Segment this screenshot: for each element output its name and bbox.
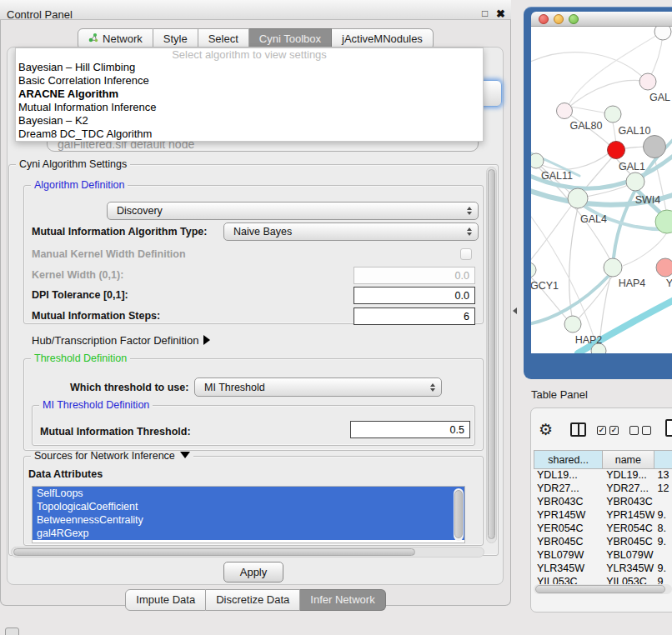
list-item[interactable]: gal4RGexp [33,527,464,540]
dropdown-item[interactable]: Mutual Information Inference [16,101,483,114]
network-node[interactable] [654,27,671,40]
close-icon[interactable]: ✖ [496,8,505,20]
select-all-checkbox-icon[interactable]: ✓ [597,426,606,435]
list-scrollbar-thumb[interactable] [454,490,463,538]
network-svg: GALGAL80GAL10GAL1GAL11SWI4GAL4GCY1HAP4YH… [531,27,672,353]
network-node-gal4[interactable] [568,188,588,208]
apply-button[interactable]: Apply [223,562,283,582]
table-row[interactable]: YER054CYER054C8. [534,522,672,536]
dropdown-item[interactable]: Dream8 DC_TDC Algorithm [16,128,483,141]
control-panel-titlebar[interactable] [0,0,511,20]
dropdown-item[interactable]: Bayesian – K2 [16,114,483,128]
select-all-checkbox-icon[interactable]: ✓ [609,426,619,435]
table-horizontal-scrollbar[interactable] [534,584,672,594]
network-node-gal11[interactable] [531,153,544,168]
hub-definition-expander[interactable]: Hub/Transcription Factor Definition [32,334,210,347]
network-node-gcy1[interactable] [531,262,536,278]
network-node-gal1[interactable] [608,142,625,159]
horizontal-scrollbar-thumb[interactable] [13,548,415,556]
network-canvas[interactable]: GALGAL80GAL10GAL1GAL11SWI4GAL4GCY1HAP4YH… [531,27,672,353]
table-row[interactable]: YBR043CYBR043C [534,496,672,509]
network-node[interactable] [644,136,666,158]
mi-threshold-input[interactable]: 0.5 [350,421,470,438]
network-edge[interactable] [568,32,663,107]
collapse-down-icon[interactable] [180,452,190,458]
bottom-corner-widget[interactable] [5,628,19,635]
network-node-hap4[interactable] [604,258,622,277]
network-edge[interactable] [570,107,606,113]
table-row[interactable]: YDR27...YDR27...12 [534,482,672,496]
dpi-tolerance-input[interactable]: 0.0 [354,287,475,304]
node-table: shared...name YDL19...YDL19...13YDR27...… [534,450,672,589]
table-header-row: shared...name [534,450,672,469]
tab-label: Cyni Toolbox [259,32,321,45]
node-label: HAP4 [619,278,646,289]
table-row[interactable]: YBL079WYBL079W [534,549,672,562]
gear-icon[interactable]: ⚙ [539,420,553,439]
which-threshold-combobox[interactable]: MI Threshold [194,378,442,397]
table-cell: YPR145W [534,509,603,522]
expand-right-icon[interactable] [203,335,210,345]
network-edge[interactable] [569,208,578,317]
mi-steps-label: Mutual Information Steps: [32,310,160,322]
network-node-gal[interactable] [639,73,656,90]
network-edge[interactable] [613,122,616,143]
table-row[interactable]: YDL19...YDL19...13 [534,469,672,482]
aracne-mode-combobox[interactable]: Discovery [107,202,479,220]
table-row[interactable]: YPR145WYPR145W9. [534,509,672,522]
algorithm-definition-legend: Algorithm Definition [31,179,128,191]
settings-horizontal-scrollbar[interactable] [11,547,484,558]
network-edge[interactable] [531,205,572,263]
deselect-checkbox-icon[interactable] [642,426,651,435]
manual-kernel-checkbox[interactable] [460,248,472,260]
node-label: GAL [649,92,670,103]
network-node-y[interactable] [656,258,672,277]
mi-threshold-label: Mutual Information Threshold: [40,426,191,438]
list-item[interactable]: TopologicalCoefficient [33,500,464,513]
deselect-checkbox-icon[interactable] [629,426,639,435]
network-node-gal80[interactable] [557,103,573,119]
data-attributes-list[interactable]: SelfLoopsTopologicalCoefficientBetweenne… [32,486,465,543]
network-node-hap2[interactable] [564,316,581,332]
vertical-scrollbar-thumb[interactable] [488,169,495,539]
list-item[interactable]: BetweennessCentrality [33,513,464,527]
dropdown-item[interactable]: ARACNE Algorithm [16,88,483,101]
table-row[interactable]: YLR345WYLR345W9. [534,562,672,576]
table-cell: YPR145W [603,509,654,522]
tab-discretize-data[interactable]: Discretize Data [206,589,300,611]
close-traffic-light-icon[interactable] [539,14,549,24]
mi-type-combobox[interactable]: Naive Bayes [223,222,479,241]
network-node-gal10[interactable] [604,106,621,122]
table-scrollbar-thumb[interactable] [535,585,665,593]
column-header[interactable]: name [603,450,654,469]
settings-vertical-scrollbar[interactable] [486,167,497,543]
float-window-icon[interactable]: □ [482,8,488,19]
dropdown-item[interactable]: Bayesian – Hill Climbing [16,61,483,74]
column-header[interactable]: shared... [534,450,603,469]
which-threshold-value: MI Threshold [204,382,265,393]
network-edge[interactable] [624,147,645,148]
kernel-width-input[interactable]: 0.0 [354,267,475,284]
table-cell: 13 [654,469,672,482]
network-edge[interactable] [531,52,648,82]
list-scrollbar[interactable] [454,488,464,541]
zoom-traffic-light-icon[interactable] [569,14,579,24]
table-row[interactable]: YBR045CYBR045C9. [534,536,672,549]
table-cell: YDL19... [603,469,654,482]
table-cell: YBL079W [534,549,603,562]
splitter-collapse-icon[interactable] [513,308,517,314]
column-header[interactable] [654,450,672,469]
network-window-titlebar[interactable] [531,12,672,27]
table-cell [654,496,672,509]
list-item[interactable]: SelfLoops [33,487,464,500]
tab-impute-data[interactable]: Impute Data [125,589,206,611]
network-node-swi4[interactable] [626,172,644,191]
minimize-traffic-light-icon[interactable] [554,14,564,24]
document-icon[interactable] [665,419,672,437]
node-label: SWI4 [635,194,661,206]
tab-infer-network[interactable]: Infer Network [300,589,385,611]
dropdown-item[interactable]: Basic Correlation Inference [16,74,483,88]
split-columns-icon[interactable] [570,422,586,437]
network-edge[interactable] [564,80,648,111]
mi-steps-input[interactable]: 6 [354,308,475,325]
